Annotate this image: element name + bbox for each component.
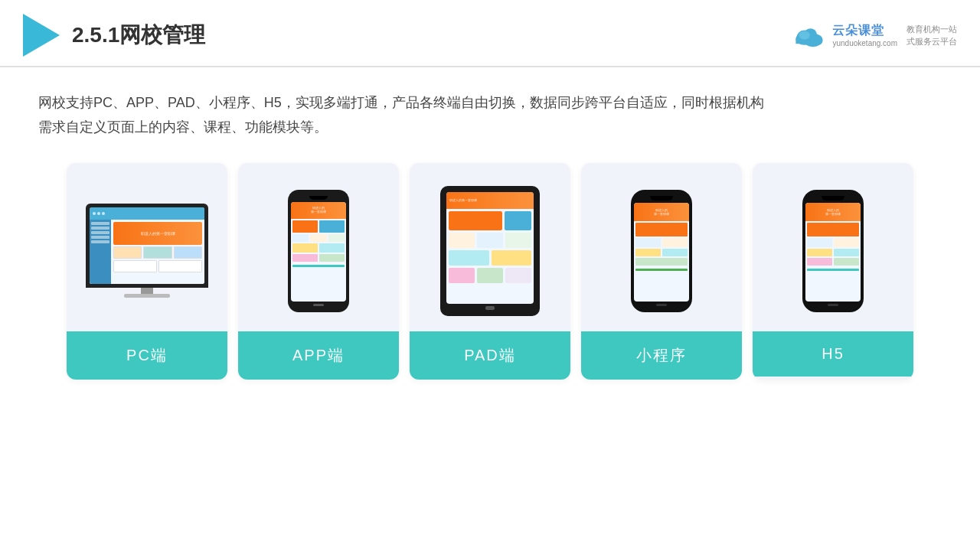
brand-slogan: 教育机构一站 式服务云平台 xyxy=(906,23,957,48)
card-image-app: 职进人的第一堂职课 xyxy=(238,163,399,331)
pc-screen-outer: 职进人的第一堂职课 xyxy=(86,204,208,288)
card-pc: 职进人的第一堂职课 xyxy=(67,163,227,380)
brand-text: 云朵课堂 yunduoketang.com xyxy=(832,23,897,47)
label-mini: 小程序 xyxy=(581,331,742,380)
card-image-h5: 职进人的第一堂职课 xyxy=(753,163,913,331)
description: 网校支持PC、APP、PAD、小程序、H5，实现多端打通，产品各终端自由切换，数… xyxy=(38,90,942,140)
card-image-mini: 职进人的第一堂职课 xyxy=(581,163,742,331)
pc-mockup: 职进人的第一堂职课 xyxy=(86,204,208,298)
phone-mockup-h5: 职进人的第一堂职课 xyxy=(802,190,864,312)
card-pad: 职进人的第一堂职课 xyxy=(410,163,570,380)
logo-triangle xyxy=(23,14,60,57)
label-pad: PAD端 xyxy=(410,331,570,380)
phone-mockup-app: 职进人的第一堂职课 xyxy=(288,190,349,312)
phone-mockup-mini: 职进人的第一堂职课 xyxy=(631,190,692,312)
brand-area: 云朵课堂 yunduoketang.com 教育机构一站 式服务云平台 xyxy=(791,23,957,48)
brand-url: yunduoketang.com xyxy=(832,39,897,47)
content: 网校支持PC、APP、PAD、小程序、H5，实现多端打通，产品各终端自由切换，数… xyxy=(0,67,980,395)
header-left: 2.5.1网校管理 xyxy=(23,14,205,57)
cards-row: 职进人的第一堂职课 xyxy=(38,163,942,380)
card-app: 职进人的第一堂职课 xyxy=(238,163,399,380)
brand-name: 云朵课堂 xyxy=(832,23,884,39)
card-mini: 职进人的第一堂职课 xyxy=(581,163,742,380)
label-pc: PC端 xyxy=(67,331,227,380)
card-image-pad: 职进人的第一堂职课 xyxy=(410,163,570,331)
label-app: APP端 xyxy=(238,331,399,380)
card-h5: 职进人的第一堂职课 xyxy=(753,163,913,380)
header: 2.5.1网校管理 云朵课堂 yunduoketang.com 教育机构一站 式… xyxy=(0,0,980,67)
card-image-pc: 职进人的第一堂职课 xyxy=(67,163,227,331)
tablet-mockup: 职进人的第一堂职课 xyxy=(440,186,540,316)
pc-screen-inner: 职进人的第一堂职课 xyxy=(90,207,204,284)
brand-logo: 云朵课堂 yunduoketang.com 教育机构一站 式服务云平台 xyxy=(791,23,957,48)
label-h5: H5 xyxy=(753,331,913,377)
page-title: 2.5.1网校管理 xyxy=(72,21,205,50)
svg-rect-4 xyxy=(796,39,822,44)
cloud-icon xyxy=(791,23,828,47)
svg-point-5 xyxy=(799,31,810,39)
